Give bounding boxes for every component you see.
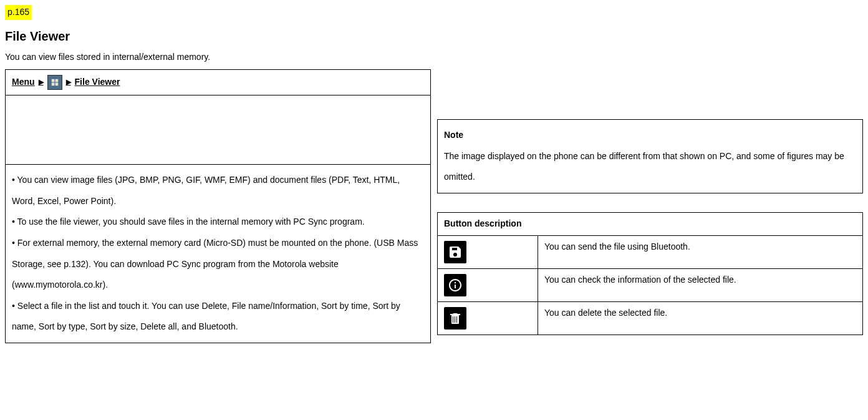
triangle-icon: ▶ (39, 77, 44, 87)
bullet-item: • You can view image files (JPG, BMP, PN… (12, 170, 424, 212)
button-description: You can send the file using Bluetooth. (538, 235, 863, 268)
intro-text: You can view files stored in internal/ex… (5, 51, 863, 64)
button-description: You can delete the selected file. (538, 301, 863, 335)
navigation-path-box: Menu ▶ ▶ File Viewer (5, 69, 431, 95)
navigation-path: Menu ▶ ▶ File Viewer (12, 75, 424, 90)
nav-step-file-viewer: File Viewer (75, 76, 120, 89)
bullet-list-box: • You can view image files (JPG, BMP, PN… (5, 165, 431, 343)
info-icon (444, 274, 466, 296)
right-column: Note The image displayed on the phone ca… (437, 69, 863, 343)
screenshot-placeholder (5, 95, 431, 165)
triangle-icon: ▶ (66, 77, 71, 87)
button-description: You can check the information of the sel… (538, 268, 863, 301)
save-send-icon (444, 241, 466, 263)
bullet-item: • For external memory, the external memo… (12, 233, 424, 296)
left-column: Menu ▶ ▶ File Viewer • You can view imag… (5, 69, 431, 343)
table-row: You can check the information of the sel… (438, 268, 863, 301)
bullet-item: • Select a file in the list and touch it… (12, 296, 424, 338)
bullet-item: • To use the file viewer, you should sav… (12, 212, 424, 233)
delete-trash-icon (444, 307, 466, 330)
table-row: You can delete the selected file. (438, 301, 863, 335)
icon-cell (438, 268, 538, 301)
page-title: File Viewer (5, 27, 863, 45)
button-table-header: Button description (438, 212, 863, 235)
page-number-label: p.165 (5, 5, 32, 20)
icon-cell (438, 235, 538, 268)
two-column-layout: Menu ▶ ▶ File Viewer • You can view imag… (5, 69, 863, 343)
app-tools-icon (47, 75, 62, 90)
nav-step-menu: Menu (12, 76, 35, 89)
note-title: Note (444, 125, 856, 146)
note-text: The image displayed on the phone can be … (444, 146, 856, 188)
note-box: Note The image displayed on the phone ca… (437, 119, 863, 193)
button-description-table: Button description You can send the file… (437, 212, 863, 335)
table-row: You can send the file using Bluetooth. (438, 235, 863, 268)
icon-cell (438, 301, 538, 335)
